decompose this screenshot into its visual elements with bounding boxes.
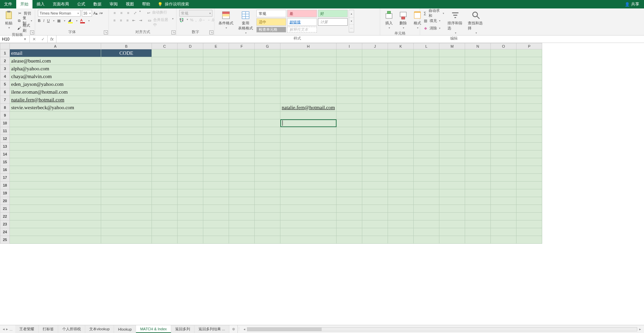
cell[interactable] [229, 135, 255, 143]
tell-me-search[interactable]: 💡 操作说明搜索 [154, 0, 192, 8]
cell[interactable] [152, 205, 178, 213]
cell[interactable] [152, 228, 178, 236]
cell[interactable] [337, 49, 362, 57]
cell[interactable] [439, 143, 465, 150]
cell[interactable] [362, 228, 388, 236]
cell[interactable] [414, 96, 439, 104]
cell[interactable] [203, 150, 229, 158]
horizontal-scrollbar[interactable]: ◂ ▸ [240, 325, 644, 333]
cell[interactable] [203, 213, 229, 220]
cell[interactable] [337, 236, 362, 244]
cell[interactable] [414, 213, 439, 220]
cell[interactable] [337, 80, 362, 88]
cell[interactable] [203, 80, 229, 88]
cell[interactable] [203, 205, 229, 213]
cell[interactable] [491, 220, 516, 228]
cell[interactable] [101, 228, 152, 236]
scroll-right-icon[interactable]: ▸ [637, 327, 643, 331]
cell[interactable] [101, 236, 152, 244]
cell[interactable] [10, 189, 101, 197]
cell[interactable] [101, 65, 152, 73]
cell[interactable] [439, 182, 465, 189]
cell[interactable] [203, 182, 229, 189]
row-header[interactable]: 18 [0, 182, 10, 189]
cell[interactable] [439, 73, 465, 80]
cell[interactable] [203, 73, 229, 80]
cell[interactable] [465, 127, 491, 135]
cell[interactable] [101, 119, 152, 127]
cell[interactable] [414, 49, 439, 57]
font-name-select[interactable]: Times New Roman▾ [38, 10, 80, 17]
cell[interactable] [516, 189, 542, 197]
row-header[interactable]: 25 [0, 236, 10, 244]
cell[interactable] [10, 127, 101, 135]
cell[interactable] [414, 189, 439, 197]
cell[interactable] [516, 174, 542, 182]
style-hyperlink[interactable]: 超链接 [287, 18, 317, 26]
cell-styles-gallery[interactable]: 常规 差 好 适中 超链接 计算 检查单元格 解释性文本 [256, 10, 348, 32]
cell[interactable] [280, 205, 337, 213]
cell[interactable] [337, 135, 362, 143]
cell[interactable] [178, 112, 203, 119]
clear-button[interactable]: ◆ 清除▾ [423, 25, 444, 31]
cell[interactable] [388, 57, 414, 65]
cell[interactable] [439, 119, 465, 127]
cell[interactable] [152, 189, 178, 197]
align-right-icon[interactable]: ≡ [124, 17, 130, 23]
cell[interactable] [255, 158, 280, 166]
cell[interactable]: alease@buemi.com [10, 57, 101, 65]
cell[interactable] [439, 57, 465, 65]
cell[interactable] [229, 220, 255, 228]
cell[interactable] [101, 143, 152, 150]
cell[interactable] [203, 112, 229, 119]
accounting-format-icon[interactable]: 💱 [179, 18, 184, 22]
cell[interactable] [152, 236, 178, 244]
row-header[interactable]: 8 [0, 104, 10, 112]
cell[interactable] [255, 166, 280, 174]
cell[interactable] [516, 205, 542, 213]
align-middle-icon[interactable]: ≡ [118, 10, 124, 16]
cell[interactable] [337, 65, 362, 73]
format-as-table-button[interactable]: 套用 表格格式▾ [237, 10, 254, 35]
cell[interactable] [101, 182, 152, 189]
cell[interactable] [414, 220, 439, 228]
cell[interactable] [491, 228, 516, 236]
cell[interactable] [10, 166, 101, 174]
cell[interactable] [516, 228, 542, 236]
cell[interactable] [491, 80, 516, 88]
spreadsheet-grid[interactable]: ABCDEFGHIJKLMNOP1emailCODE2alease@buemi.… [0, 43, 542, 244]
cell[interactable] [280, 49, 337, 57]
cell[interactable] [362, 197, 388, 205]
cell[interactable] [280, 135, 337, 143]
cell[interactable] [414, 135, 439, 143]
cell[interactable] [465, 73, 491, 80]
cell[interactable]: natalie.fern@hotmail.com [10, 96, 101, 104]
cell[interactable] [229, 213, 255, 220]
style-bad[interactable]: 差 [287, 10, 317, 17]
clipboard-dialog-launcher[interactable]: ↘ [30, 30, 34, 34]
cell[interactable] [255, 57, 280, 65]
cell[interactable] [203, 49, 229, 57]
cell[interactable] [337, 88, 362, 96]
cell[interactable] [439, 65, 465, 73]
cell[interactable] [388, 104, 414, 112]
column-header[interactable]: D [178, 43, 203, 49]
cell[interactable] [203, 197, 229, 205]
cell[interactable] [229, 88, 255, 96]
cell[interactable] [439, 220, 465, 228]
column-header[interactable]: K [388, 43, 414, 49]
cell[interactable] [337, 119, 362, 127]
cell[interactable] [439, 80, 465, 88]
row-header[interactable]: 20 [0, 197, 10, 205]
cell[interactable] [516, 73, 542, 80]
row-header[interactable]: 17 [0, 174, 10, 182]
cell[interactable] [178, 127, 203, 135]
cell[interactable] [414, 236, 439, 244]
merge-icon[interactable]: ▭ [146, 17, 152, 23]
cell[interactable] [388, 228, 414, 236]
cell[interactable] [388, 158, 414, 166]
cell[interactable] [414, 65, 439, 73]
cell[interactable] [388, 96, 414, 104]
cell[interactable] [255, 143, 280, 150]
cell[interactable] [280, 80, 337, 88]
